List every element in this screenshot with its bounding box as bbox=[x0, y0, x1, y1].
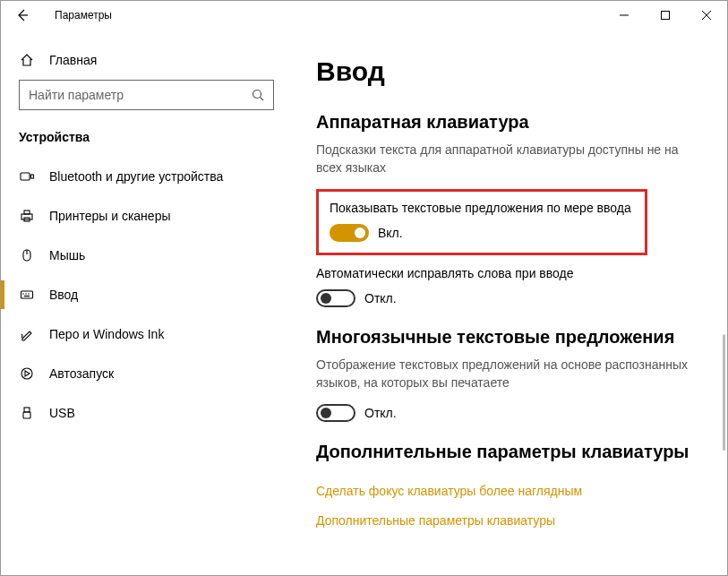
nav-item-usb[interactable]: USB bbox=[1, 393, 287, 433]
search-box[interactable] bbox=[19, 80, 274, 110]
svg-rect-8 bbox=[21, 214, 32, 219]
nav-label: Мышь bbox=[49, 248, 85, 262]
hw-keyboard-heading: Аппаратная клавиатура bbox=[316, 112, 700, 133]
svg-point-18 bbox=[21, 368, 32, 379]
nav-item-autoplay[interactable]: Автозапуск bbox=[1, 354, 287, 393]
svg-rect-9 bbox=[24, 211, 30, 214]
hw-keyboard-desc: Подсказки текста для аппаратной клавиату… bbox=[316, 142, 700, 176]
category-title: Устройства bbox=[1, 123, 287, 157]
search-wrap bbox=[1, 74, 287, 123]
window-body: Главная Устройства Bluetooth и другие ус… bbox=[1, 30, 727, 575]
home-label: Главная bbox=[49, 53, 97, 67]
nav-list: Bluetooth и другие устройства Принтеры и… bbox=[1, 157, 287, 433]
back-button[interactable] bbox=[8, 1, 37, 30]
toggle-text-suggestions[interactable] bbox=[330, 224, 369, 242]
nav-label: Перо и Windows Ink bbox=[49, 327, 164, 341]
svg-rect-1 bbox=[662, 12, 670, 20]
svg-rect-6 bbox=[21, 173, 30, 180]
setting-label: Показывать текстовые предложения по мере… bbox=[330, 201, 634, 215]
close-button[interactable] bbox=[686, 1, 727, 30]
advanced-heading: Дополнительные параметры клавиатуры bbox=[316, 442, 700, 462]
minimize-button[interactable] bbox=[604, 1, 645, 30]
bluetooth-icon bbox=[19, 169, 35, 184]
keyboard-icon bbox=[19, 288, 35, 302]
toggle-row: Откл. bbox=[316, 289, 700, 307]
multilingual-heading: Многоязычные текстовые предложения bbox=[316, 327, 700, 348]
search-icon bbox=[252, 89, 264, 101]
link-advanced-keyboard[interactable]: Дополнительные параметры клавиатуры bbox=[316, 513, 555, 528]
page-heading: Ввод bbox=[316, 56, 700, 87]
highlight-annotation: Показывать текстовые предложения по мере… bbox=[316, 189, 647, 255]
nav-item-typing[interactable]: Ввод bbox=[1, 275, 287, 314]
nav-item-pen[interactable]: Перо и Windows Ink bbox=[1, 314, 287, 354]
autoplay-icon bbox=[19, 366, 35, 381]
multilingual-desc: Отображение текстовых предложений на осн… bbox=[316, 357, 700, 391]
svg-rect-20 bbox=[23, 412, 30, 418]
nav-label: USB bbox=[49, 406, 75, 420]
sidebar: Главная Устройства Bluetooth и другие ус… bbox=[1, 30, 287, 575]
search-input[interactable] bbox=[29, 88, 252, 102]
setting-multilingual: Откл. bbox=[316, 404, 700, 422]
toggle-multilingual[interactable] bbox=[316, 404, 355, 422]
printer-icon bbox=[19, 209, 35, 223]
content-pane[interactable]: Ввод Аппаратная клавиатура Подсказки тек… bbox=[287, 30, 727, 575]
svg-point-4 bbox=[253, 90, 261, 99]
setting-text-suggestions: Показывать текстовые предложения по мере… bbox=[330, 201, 634, 242]
usb-icon bbox=[19, 406, 35, 420]
svg-rect-13 bbox=[21, 291, 33, 298]
nav-label: Bluetooth и другие устройства bbox=[49, 169, 223, 184]
svg-rect-19 bbox=[24, 408, 30, 412]
toggle-state-label: Вкл. bbox=[378, 226, 403, 240]
titlebar: Параметры bbox=[1, 1, 727, 30]
settings-window: Параметры Главная bbox=[0, 0, 728, 576]
nav-item-bluetooth[interactable]: Bluetooth и другие устройства bbox=[1, 157, 287, 196]
nav-label: Принтеры и сканеры bbox=[49, 209, 170, 223]
toggle-autocorrect[interactable] bbox=[316, 289, 355, 307]
setting-label: Автоматически исправлять слова при вводе bbox=[316, 266, 700, 280]
svg-line-5 bbox=[261, 98, 264, 101]
nav-item-mouse[interactable]: Мышь bbox=[1, 236, 287, 275]
toggle-state-label: Откл. bbox=[364, 406, 397, 420]
nav-label: Автозапуск bbox=[49, 366, 114, 381]
nav-label: Ввод bbox=[49, 288, 78, 302]
setting-autocorrect: Автоматически исправлять слова при вводе… bbox=[316, 266, 700, 307]
scrollbar-thumb[interactable] bbox=[723, 334, 725, 451]
home-icon bbox=[19, 53, 35, 67]
link-keyboard-focus[interactable]: Сделать фокус клавиатуры более наглядным bbox=[316, 484, 582, 498]
home-nav[interactable]: Главная bbox=[1, 46, 287, 74]
window-controls bbox=[604, 1, 727, 30]
nav-item-printers[interactable]: Принтеры и сканеры bbox=[1, 196, 287, 236]
pen-icon bbox=[19, 327, 35, 341]
toggle-state-label: Откл. bbox=[364, 291, 397, 305]
toggle-row: Откл. bbox=[316, 404, 700, 422]
mouse-icon bbox=[19, 248, 35, 262]
window-title: Параметры bbox=[55, 9, 112, 21]
svg-rect-7 bbox=[31, 175, 34, 178]
toggle-row: Вкл. bbox=[330, 224, 634, 242]
maximize-button[interactable] bbox=[645, 1, 686, 30]
